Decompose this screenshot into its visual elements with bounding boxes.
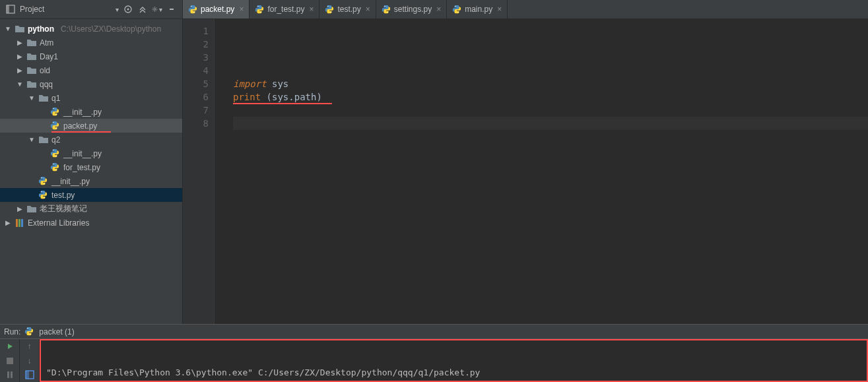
svg-point-32 [30,333,31,334]
project-icon [5,4,16,15]
chevron-right-icon[interactable] [16,39,24,46]
chevron-down-icon[interactable] [16,80,24,88]
folder-item[interactable]: q1 [0,91,182,105]
hide-icon[interactable] [166,4,177,15]
down-icon[interactable]: ↓ [20,354,39,368]
code-line[interactable] [233,104,868,117]
folder-item[interactable]: q2 [0,133,182,146]
highlight-underline [233,103,332,104]
code-line[interactable] [233,51,868,64]
svg-point-4 [154,9,156,11]
pause-icon[interactable] [0,367,19,382]
code-line[interactable] [233,38,868,51]
tab-label: settings.py [394,5,432,14]
file-item[interactable]: __init__.py [0,174,182,188]
folder-item[interactable]: 老王视频笔记 [0,202,182,216]
code-area[interactable]: import sysprint (sys.path) [215,19,868,324]
project-tree[interactable]: python C:\Users\ZX\Desktop\python AtmDay… [0,19,183,324]
code-editor[interactable]: 12345678 import sysprint (sys.path) [183,19,868,324]
python-icon [50,107,61,117]
svg-point-20 [53,149,53,150]
project-title: Project [20,5,110,14]
chevron-right-icon[interactable] [16,67,24,74]
rerun-icon[interactable] [0,339,19,354]
library-icon [15,218,25,228]
svg-point-23 [56,169,57,170]
collapse-all-icon[interactable] [137,4,148,15]
editor-tab[interactable]: main.py× [447,0,508,18]
file-item[interactable]: __init__.py [0,146,182,160]
locate-icon[interactable] [123,4,133,15]
project-view-dropdown[interactable] [114,5,119,14]
svg-point-14 [455,6,455,7]
chevron-right-icon[interactable] [16,205,24,212]
svg-point-25 [44,183,45,183]
line-number: 6 [183,90,209,104]
close-icon[interactable]: × [436,5,441,14]
svg-point-15 [458,12,459,13]
item-label: for_test.py [63,163,100,172]
chevron-right-icon[interactable] [4,219,12,226]
tab-label: main.py [465,5,492,14]
file-item[interactable]: for_test.py [0,160,182,174]
gear-icon[interactable] [152,4,162,15]
tab-label: test.py [337,5,360,14]
python-icon [382,5,391,14]
external-libs-label: External Libraries [28,218,89,228]
folder-item[interactable]: Atm [0,36,182,49]
close-icon[interactable]: × [366,5,370,14]
external-libraries[interactable]: External Libraries [0,216,182,230]
folder-icon [26,38,37,48]
run-actions-left [0,339,20,382]
folder-icon [38,93,49,104]
file-item[interactable]: packet.py [0,119,182,133]
console-output[interactable]: "D:\Program Files\Python 3.6\python.exe"… [40,339,868,382]
chevron-down-icon[interactable] [28,94,36,102]
line-number: 5 [183,77,209,90]
line-number: 7 [183,104,209,117]
editor-tab[interactable]: settings.py× [376,0,447,18]
layout-icon[interactable] [20,367,39,382]
up-icon[interactable]: ↑ [20,339,39,354]
project-root[interactable]: python C:\Users\ZX\Desktop\python [0,22,182,36]
python-icon [188,5,197,14]
code-line[interactable] [233,117,868,130]
close-icon[interactable]: × [309,5,314,14]
editor-tab[interactable]: test.py× [319,0,376,18]
code-line[interactable] [233,24,868,38]
folder-item[interactable]: Day1 [0,49,182,63]
folder-icon [26,79,37,90]
item-label: __init__.py [63,149,102,158]
code-line[interactable]: print (sys.path) [233,90,868,104]
close-icon[interactable]: × [239,5,244,14]
chevron-right-icon[interactable] [16,53,24,60]
code-line[interactable]: import sys [233,77,868,90]
item-label: q1 [51,94,60,103]
python-icon [255,5,264,14]
folder-item[interactable]: qqq [0,77,182,91]
svg-point-16 [53,108,53,108]
folder-item[interactable]: old [0,63,182,77]
svg-point-22 [53,163,53,164]
svg-rect-30 [21,219,23,227]
line-number: 2 [183,38,209,51]
item-label: 老王视频笔记 [40,203,87,214]
item-label: packet.py [63,121,97,131]
editor-tab[interactable]: packet.py× [183,0,250,18]
file-item[interactable]: __init__.py [0,105,182,119]
editor-tab[interactable]: for_test.py× [250,0,319,18]
chevron-down-icon[interactable] [4,25,12,32]
svg-point-12 [384,6,385,7]
close-icon[interactable]: × [497,5,502,14]
stop-icon[interactable] [0,354,19,368]
root-path: C:\Users\ZX\Desktop\python [61,24,161,34]
chevron-down-icon[interactable] [28,136,36,143]
run-console: ↑ ↓ "D:\Program Files\Python 3.6\python.… [0,338,868,382]
file-item[interactable]: test.py [0,188,182,202]
folder-icon [26,65,37,76]
item-label: old [40,66,50,75]
svg-rect-29 [18,219,20,227]
python-icon [50,121,61,131]
code-line[interactable] [233,64,868,77]
svg-point-19 [56,127,57,128]
